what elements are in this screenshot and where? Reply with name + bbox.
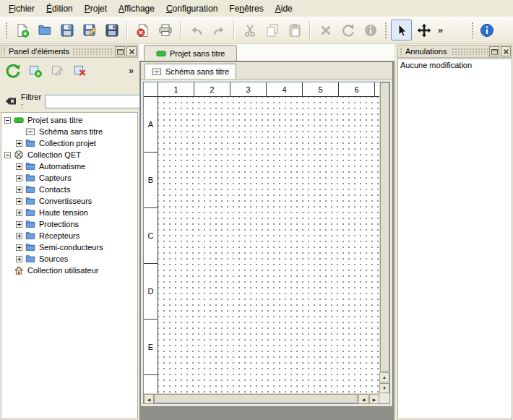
collapse-expander-icon[interactable] (4, 152, 11, 158)
move-tool-button[interactable] (413, 20, 434, 40)
horizontal-scrollbar[interactable]: ◀ ◀ ▶ (144, 393, 379, 403)
undo-button[interactable] (186, 20, 207, 40)
expand-expander-icon[interactable] (16, 221, 22, 228)
toolbar-drag-handle[interactable] (470, 21, 475, 40)
element-info-button[interactable] (360, 20, 381, 40)
tree-item-automatisme[interactable]: Automatisme (1, 160, 137, 172)
menu-fenetres[interactable]: Fenêtres (223, 1, 269, 16)
row-header: A (144, 97, 158, 153)
new-project-button[interactable] (12, 20, 33, 40)
clear-filter-button[interactable] (4, 95, 17, 108)
dock-float-button[interactable] (489, 46, 499, 56)
info-blue-icon (480, 23, 494, 38)
tree-item-protections[interactable]: Protections (1, 218, 137, 230)
dock-close-button[interactable] (126, 46, 137, 56)
delete-element-button[interactable] (70, 61, 90, 81)
scroll-down-button[interactable]: ▼ (379, 383, 389, 393)
select-tool-button[interactable] (391, 20, 412, 40)
scroll-right-button[interactable]: ▶ (369, 394, 379, 404)
vertical-scrollbar[interactable]: ▲ ▼ (379, 82, 389, 393)
menu-edition[interactable]: Édition (40, 1, 79, 16)
tree-item-semi-conducteurs[interactable]: Semi-conducteurs (1, 241, 137, 253)
undo-history-list[interactable]: Aucune modification (397, 59, 512, 419)
move-arrows-icon (417, 23, 431, 38)
menu-fichier[interactable]: Fichier (3, 1, 40, 16)
delete-button[interactable] (315, 20, 336, 40)
tab-schema-sans-titre[interactable]: Schéma sans titre (145, 64, 236, 79)
tree-item-collection-qet[interactable]: Collection QET (1, 149, 137, 160)
menu-configuration[interactable]: Configuration (160, 1, 223, 16)
tab-projet-sans-titre[interactable]: Projet sans titre (144, 45, 237, 61)
expand-expander-icon[interactable] (16, 187, 22, 193)
close-project-button[interactable] (132, 20, 153, 40)
edit-element-icon (51, 64, 65, 78)
expand-expander-icon[interactable] (16, 210, 22, 216)
toolbar-overflow-button[interactable]: » (436, 25, 445, 35)
schema-view[interactable]: 1 2 3 4 5 6 A B C D E (143, 82, 390, 404)
schema-tab-bar: Schéma sans titre (141, 62, 392, 80)
panel-toolbar-overflow-button[interactable]: » (129, 66, 136, 76)
schema-icon (25, 127, 35, 137)
scroll-up-button[interactable]: ▲ (379, 372, 389, 382)
tree-item-capteurs[interactable]: Capteurs (1, 172, 137, 184)
cut-button[interactable] (239, 20, 260, 40)
tree-item-collection-projet[interactable]: Collection projet (1, 137, 137, 149)
undo-dock-titlebar[interactable]: Annulations (397, 45, 512, 58)
expand-expander-icon[interactable] (16, 256, 22, 262)
vertical-scroll-thumb[interactable] (380, 82, 389, 372)
folder-icon (25, 196, 35, 206)
filter-input[interactable] (45, 95, 153, 108)
tree-item-schema-sans-titre[interactable]: Schéma sans titre (1, 126, 137, 137)
rotate-button[interactable] (337, 20, 358, 40)
expand-expander-icon[interactable] (16, 175, 22, 181)
tree-item-sources[interactable]: Sources (1, 253, 137, 265)
collapse-expander-icon[interactable] (4, 117, 11, 124)
horizontal-scroll-thumb[interactable] (154, 394, 358, 403)
copy-button[interactable] (262, 20, 283, 40)
save-as-icon (82, 23, 97, 38)
tree-item-haute-tension[interactable]: Haute tension (1, 207, 137, 218)
expand-expander-icon[interactable] (16, 233, 22, 239)
tree-item-collection-utilisateur[interactable]: Collection utilisateur (1, 265, 137, 276)
expand-expander-icon[interactable] (16, 244, 22, 251)
tree-item-projet-sans-titre[interactable]: Projet sans titre (1, 114, 137, 126)
reload-collections-button[interactable] (3, 61, 22, 81)
expand-expander-icon[interactable] (16, 163, 22, 170)
open-project-button[interactable] (34, 20, 55, 40)
delete-element-icon (73, 64, 87, 78)
print-button[interactable] (155, 20, 176, 40)
open-folder-icon (38, 23, 52, 38)
expand-expander-icon[interactable] (16, 198, 22, 205)
project-icon (14, 115, 24, 125)
edit-element-button[interactable] (48, 61, 67, 81)
tree-item-label: Projet sans titre (27, 116, 82, 124)
menu-projet[interactable]: Projet (79, 1, 113, 16)
scroll-left-button-2[interactable]: ◀ (358, 394, 368, 404)
menu-aide[interactable]: Aide (270, 1, 298, 16)
schema-grid-canvas[interactable] (158, 97, 379, 393)
tree-item-recepteurs[interactable]: Récepteurs (1, 230, 137, 241)
redo-button[interactable] (208, 20, 229, 40)
save-as-button[interactable] (79, 20, 100, 40)
tree-item-label: Capteurs (38, 173, 72, 182)
menu-affichage[interactable]: Affichage (113, 1, 160, 16)
about-button[interactable] (476, 20, 497, 40)
filter-label: Filtrer : (21, 93, 41, 110)
elements-panel-titlebar[interactable]: Panel d'éléments (1, 45, 138, 58)
tree-item-contacts[interactable]: Contacts (1, 184, 137, 195)
toolbar-drag-handle[interactable] (384, 21, 388, 40)
row-header-partial (144, 375, 158, 393)
folder-icon (25, 161, 35, 171)
new-element-button[interactable] (25, 61, 45, 81)
tree-item-convertisseurs[interactable]: Convertisseurs (1, 195, 137, 207)
save-all-button[interactable] (101, 20, 122, 40)
tree-item-label: Automatisme (38, 162, 85, 171)
toolbar-drag-handle[interactable] (4, 21, 9, 40)
dock-float-button[interactable] (115, 46, 125, 56)
save-button[interactable] (56, 20, 77, 40)
paste-button[interactable] (284, 20, 305, 40)
expand-expander-icon[interactable] (16, 140, 22, 147)
scroll-left-button[interactable]: ◀ (144, 394, 154, 404)
close-icon (128, 48, 136, 56)
dock-close-button[interactable] (501, 46, 511, 56)
